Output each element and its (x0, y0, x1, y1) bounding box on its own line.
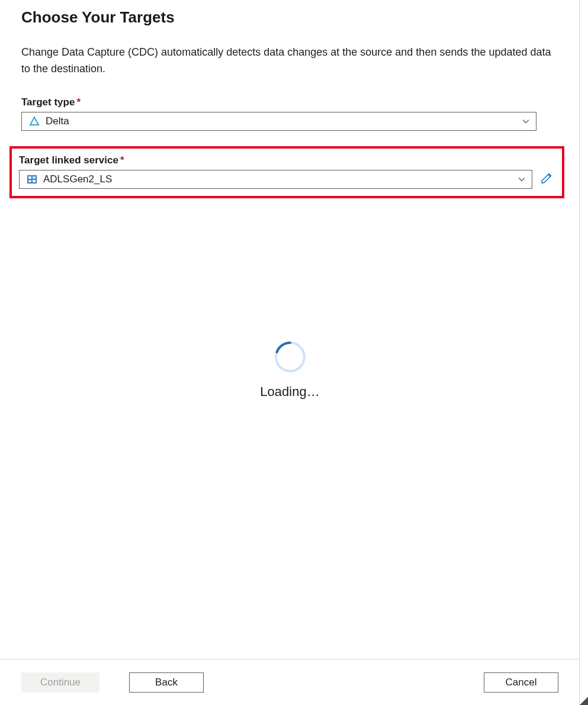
loading-indicator: Loading… (0, 340, 580, 400)
cancel-button[interactable]: Cancel (484, 672, 558, 693)
svg-rect-3 (28, 180, 31, 182)
linked-service-label-text: Target linked service (19, 154, 118, 166)
delta-icon (29, 116, 40, 127)
required-indicator: * (76, 96, 81, 108)
target-type-field: Target type* Delta (21, 96, 558, 131)
linked-service-value: ADLSGen2_LS (43, 173, 518, 185)
svg-rect-1 (28, 176, 31, 179)
highlight-annotation: Target linked service* ADLSGen2_LS (9, 146, 564, 198)
svg-rect-2 (33, 176, 36, 179)
chevron-down-icon (522, 117, 530, 125)
linked-service-field: Target linked service* ADLSGen2_LS (19, 154, 555, 189)
svg-rect-4 (33, 180, 36, 182)
back-button[interactable]: Back (129, 672, 204, 693)
chevron-down-icon (518, 175, 526, 184)
target-type-value: Delta (46, 115, 522, 127)
target-type-label-text: Target type (21, 96, 75, 108)
target-type-label: Target type* (21, 96, 558, 108)
linked-service-dropdown[interactable]: ADLSGen2_LS (19, 170, 532, 189)
footer-bar: Continue Back Cancel (0, 659, 580, 705)
continue-button: Continue (21, 672, 99, 693)
linked-service-label: Target linked service* (19, 154, 555, 166)
scroll-corner-icon (580, 697, 588, 705)
page-description: Change Data Capture (CDC) automatically … (21, 44, 558, 78)
pencil-icon (540, 172, 553, 186)
target-type-dropdown[interactable]: Delta (21, 112, 536, 131)
spinner-icon (274, 340, 307, 374)
loading-text: Loading… (0, 384, 580, 400)
required-indicator: * (120, 154, 124, 166)
edit-linked-service-button[interactable] (538, 171, 555, 188)
page-title: Choose Your Targets (21, 8, 558, 27)
storage-icon (27, 174, 37, 185)
